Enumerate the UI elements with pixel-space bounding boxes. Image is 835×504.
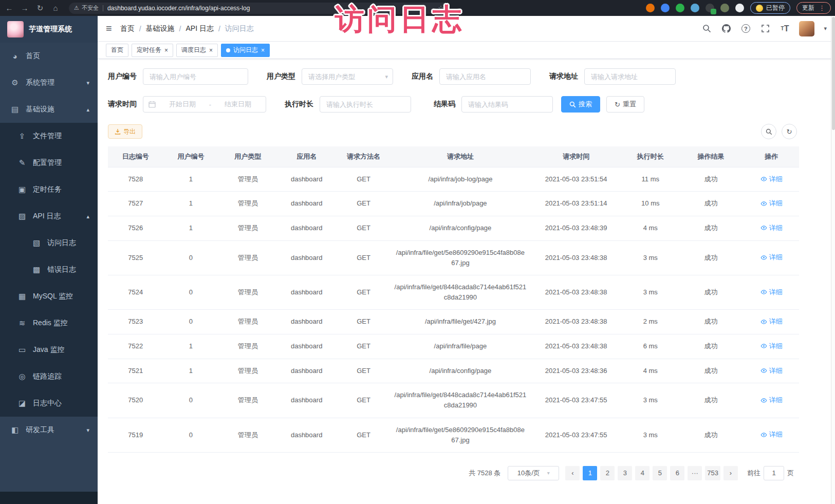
app-name-input[interactable] <box>439 68 531 85</box>
page-number-button[interactable]: 2 <box>600 466 615 480</box>
scrollbar-thumb[interactable] <box>832 17 835 130</box>
extension-icon[interactable] <box>676 4 684 12</box>
scrollbar[interactable] <box>831 16 835 504</box>
sidebar-item[interactable]: ≋ Redis 监控 <box>0 310 98 337</box>
sidebar-item-icon: ◧ <box>10 425 20 435</box>
page-number-button[interactable]: 3 <box>618 466 632 480</box>
cell-action: 详细 <box>744 275 799 309</box>
page-number-button[interactable]: 1 <box>583 466 597 480</box>
view-tab[interactable]: 调度日志 × <box>176 44 218 57</box>
goto-page-input[interactable] <box>764 466 784 480</box>
sidebar-item[interactable]: ▩ 错误日志 <box>0 256 98 283</box>
pagination: 共 7528 条 10条/页 ▾ ‹ 1 2 3 4 5 <box>108 466 794 480</box>
sidebar-item[interactable]: ◎ 链路追踪 <box>0 363 98 390</box>
avatar[interactable] <box>799 21 814 36</box>
extension-icon[interactable] <box>661 4 670 12</box>
extension-icon[interactable] <box>735 4 744 12</box>
next-page-button[interactable]: › <box>723 466 738 480</box>
extension-icon[interactable] <box>706 4 714 12</box>
sidebar-item[interactable]: ▤ 基础设施 ▴ <box>0 96 98 123</box>
sidebar-item[interactable]: ▣ 定时任务 <box>0 176 98 203</box>
detail-link[interactable]: 详细 <box>760 174 783 184</box>
fullscreen-icon[interactable] <box>760 24 770 34</box>
sidebar-item[interactable]: ▧ 访问日志 <box>0 230 98 256</box>
browser-menu-icon[interactable]: ⋮ <box>819 4 825 12</box>
hamburger-icon[interactable]: ≡ <box>106 23 112 34</box>
request-url-input[interactable] <box>584 68 676 85</box>
cell-request-url: /api/infra/config/page <box>391 359 529 383</box>
sidebar-item[interactable]: ▭ Java 监控 <box>0 337 98 363</box>
caret-down-icon[interactable]: ▾ <box>824 25 827 32</box>
close-icon[interactable]: × <box>261 47 265 54</box>
page-size-select[interactable]: 10条/页 ▾ <box>508 466 559 480</box>
view-tab[interactable]: 访问日志 × <box>221 44 270 57</box>
prev-page-button[interactable]: ‹ <box>565 466 580 480</box>
eye-icon <box>760 433 767 437</box>
sidebar-item[interactable]: ◕ 首页 <box>0 43 98 69</box>
extension-icon[interactable] <box>646 4 655 12</box>
close-icon[interactable]: × <box>164 47 168 54</box>
sidebar-item[interactable]: ▦ MySQL 监控 <box>0 283 98 310</box>
security-warning[interactable]: ⚠ 不安全 <box>74 4 99 12</box>
extension-icon[interactable] <box>691 4 699 12</box>
detail-link[interactable]: 详细 <box>760 341 783 351</box>
close-icon[interactable]: × <box>209 47 213 54</box>
page-number-button[interactable]: 6 <box>670 466 684 480</box>
page-number-button[interactable]: 5 <box>653 466 667 480</box>
detail-link[interactable]: 详细 <box>760 287 783 297</box>
update-button[interactable]: 更新 ⋮ <box>796 2 831 14</box>
detail-link[interactable]: 详细 <box>760 223 783 233</box>
col-duration: 执行时长 <box>623 146 678 167</box>
breadcrumb-item[interactable]: 访问日志 <box>225 24 254 33</box>
sidebar-item[interactable]: ⇪ 文件管理 <box>0 123 98 150</box>
app-logo[interactable]: 芋道管理系统 <box>0 16 98 43</box>
cell-result: 成功 <box>678 275 744 309</box>
range-separator: - <box>209 101 211 108</box>
toggle-search-button[interactable] <box>761 124 776 139</box>
paused-badge[interactable]: 已暂停 <box>750 2 790 14</box>
search-button[interactable]: 搜索 <box>561 96 600 113</box>
user-type-select[interactable] <box>302 68 393 85</box>
sidebar-item-label: 配置管理 <box>33 158 62 167</box>
view-tab[interactable]: 首页 × <box>106 44 128 57</box>
font-size-icon[interactable]: TT <box>780 24 790 34</box>
github-icon[interactable] <box>721 24 731 34</box>
detail-link[interactable]: 详细 <box>760 198 783 209</box>
view-tab[interactable]: 定时任务 × <box>132 44 173 57</box>
browser-reload-icon[interactable]: ↻ <box>35 4 45 13</box>
sidebar-item[interactable]: ✎ 配置管理 <box>0 150 98 176</box>
end-date-placeholder[interactable]: 结束日期 <box>215 100 261 109</box>
duration-input[interactable] <box>320 96 411 113</box>
browser-back-icon[interactable]: ← <box>4 4 14 12</box>
request-time-range-picker[interactable]: 开始日期 - 结束日期 <box>143 96 266 113</box>
result-code-input[interactable] <box>461 96 553 113</box>
cell-user-type: 管理员 <box>218 383 277 418</box>
cell-user-type: 管理员 <box>218 240 277 275</box>
cell-method: GET <box>336 216 392 240</box>
reset-button[interactable]: ↻ 重置 <box>606 96 644 113</box>
detail-link[interactable]: 详细 <box>760 252 783 263</box>
sidebar-item[interactable]: ▨ API 日志 ▴ <box>0 203 98 230</box>
page-number-button[interactable]: 753 <box>705 466 720 480</box>
extension-icon[interactable] <box>720 4 729 12</box>
page-number-button[interactable]: 4 <box>635 466 650 480</box>
help-icon[interactable]: ? <box>740 24 751 34</box>
refresh-table-button[interactable]: ↻ <box>782 124 797 139</box>
detail-link[interactable]: 详细 <box>760 366 783 376</box>
export-button[interactable]: 导出 <box>108 124 142 139</box>
breadcrumb-item[interactable]: 基础设施 <box>146 24 175 33</box>
sidebar-item[interactable]: ◧ 研发工具 ▾ <box>0 417 98 443</box>
breadcrumb-item[interactable]: 首页 <box>120 24 135 33</box>
browser-home-icon[interactable]: ⌂ <box>50 4 61 12</box>
page-number-button[interactable]: ··· <box>688 466 702 480</box>
sidebar-item[interactable]: ⚙ 系统管理 ▾ <box>0 69 98 96</box>
detail-link[interactable]: 详细 <box>760 395 783 405</box>
sidebar-item[interactable]: ◪ 日志中心 <box>0 390 98 417</box>
detail-link[interactable]: 详细 <box>760 316 783 327</box>
user-id-input[interactable] <box>143 68 248 85</box>
detail-link[interactable]: 详细 <box>760 430 783 440</box>
start-date-placeholder[interactable]: 开始日期 <box>160 100 205 109</box>
browser-forward-icon[interactable]: → <box>20 4 30 12</box>
breadcrumb-item[interactable]: API 日志 <box>185 24 213 33</box>
search-icon[interactable] <box>701 24 712 34</box>
